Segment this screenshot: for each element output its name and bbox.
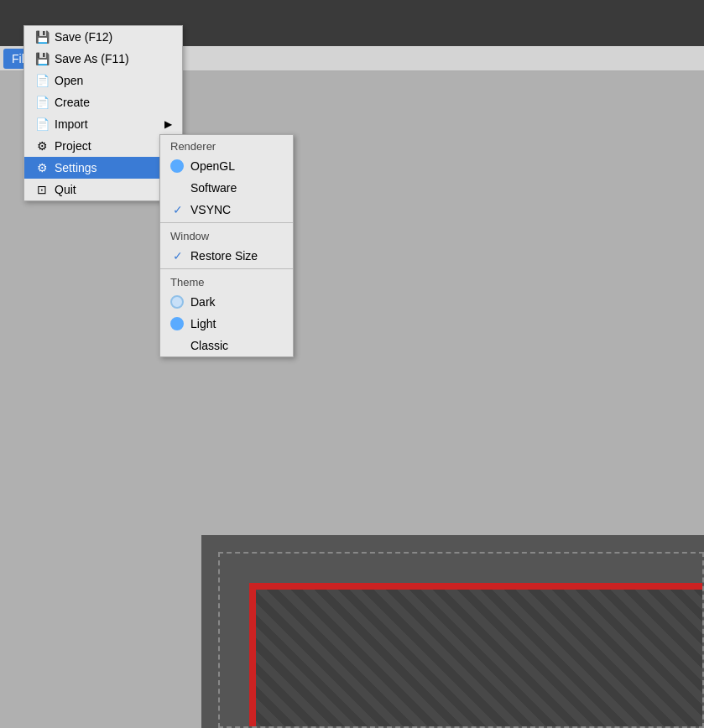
restore-check: ✓ — [170, 249, 185, 263]
import-icon: 📄 — [34, 117, 50, 131]
light-label: Light — [190, 317, 216, 330]
light-radio — [170, 317, 184, 330]
divider-1 — [160, 222, 293, 223]
opengl-radio — [170, 159, 184, 173]
vsync-label: VSYNC — [190, 203, 231, 216]
theme-section-label: Theme — [160, 271, 293, 291]
dark-label: Dark — [190, 295, 216, 309]
window-section-label: Window — [160, 225, 293, 245]
menu-item-create-label: Create — [55, 96, 90, 109]
menu-item-save[interactable]: 💾 Save (F12) — [24, 26, 182, 48]
software-label: Software — [190, 181, 237, 195]
restore-size-label: Restore Size — [190, 249, 258, 263]
menu-item-create[interactable]: 📄 Create — [24, 91, 182, 113]
settings-submenu: Renderer OpenGL Software ✓ VSYNC Window … — [159, 134, 294, 357]
canvas-inner — [249, 583, 702, 726]
menu-item-settings-label: Settings — [55, 161, 97, 174]
submenu-software[interactable]: Software — [160, 177, 293, 199]
dark-radio — [170, 295, 184, 309]
save-as-icon: 💾 — [34, 52, 50, 65]
import-arrow: ▶ — [164, 118, 172, 130]
project-icon: ⚙ — [34, 139, 50, 153]
create-icon: 📄 — [34, 96, 50, 109]
submenu-vsync[interactable]: ✓ VSYNC — [160, 199, 293, 221]
canvas-dotted-border — [218, 552, 704, 728]
save-icon: 💾 — [34, 30, 50, 44]
quit-icon: ⊡ — [34, 183, 50, 196]
renderer-label: Renderer — [170, 140, 216, 153]
renderer-section-label: Renderer — [160, 135, 293, 155]
submenu-dark[interactable]: Dark — [160, 291, 293, 313]
window-label: Window — [170, 230, 209, 242]
canvas-area — [201, 535, 704, 728]
menu-item-import-label: Import — [55, 117, 88, 131]
menu-item-save-as[interactable]: 💾 Save As (F11) — [24, 48, 182, 70]
classic-label: Classic — [190, 339, 228, 352]
settings-icon: ⚙ — [34, 161, 50, 174]
opengl-label: OpenGL — [190, 159, 235, 173]
menu-item-quit[interactable]: ⊡ Quit — [24, 179, 182, 200]
open-icon: 📄 — [34, 74, 50, 87]
menu-item-save-as-label: Save As (F11) — [55, 52, 129, 65]
submenu-light[interactable]: Light — [160, 313, 293, 335]
menu-item-project[interactable]: ⚙ Project ▶ — [24, 135, 182, 157]
submenu-opengl[interactable]: OpenGL — [160, 155, 293, 177]
vsync-check: ✓ — [170, 203, 185, 216]
menu-item-project-label: Project — [55, 139, 91, 153]
submenu-restore-size[interactable]: ✓ Restore Size — [160, 245, 293, 267]
menu-item-import[interactable]: 📄 Import ▶ — [24, 113, 182, 135]
menu-item-quit-label: Quit — [55, 183, 76, 196]
theme-label: Theme — [170, 276, 204, 289]
menu-item-settings[interactable]: ⚙ Settings ▶ — [24, 157, 182, 179]
divider-2 — [160, 268, 293, 269]
menu-item-save-label: Save (F12) — [55, 30, 112, 44]
menu-item-open[interactable]: 📄 Open — [24, 70, 182, 91]
submenu-classic[interactable]: Classic — [160, 335, 293, 356]
menu-item-open-label: Open — [55, 74, 83, 87]
